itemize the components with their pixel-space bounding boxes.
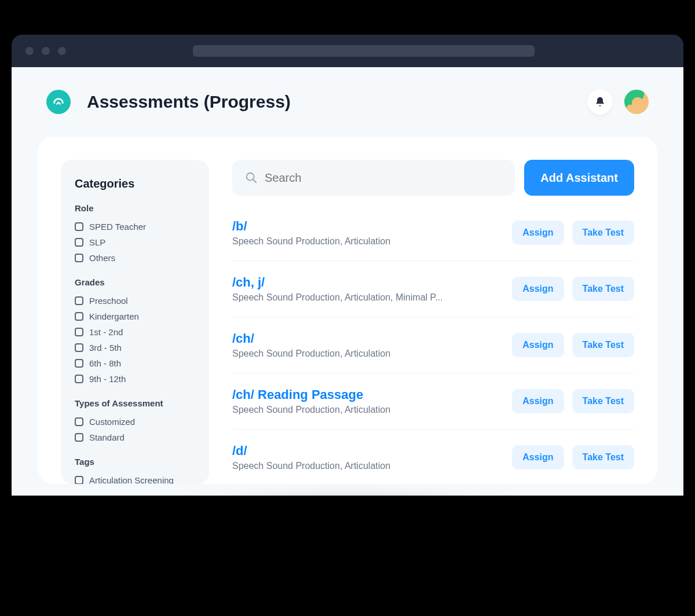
traffic-light-minimize[interactable] [42,47,50,55]
filter-item[interactable]: Preschool [75,293,195,309]
page-title: Assessments (Progress) [87,92,291,112]
avatar[interactable] [624,90,649,114]
checkbox-icon [75,296,83,305]
filter-item[interactable]: 6th - 8th [75,355,195,371]
assessment-title: /d/ [232,443,500,459]
assessment-list: /b/Speech Sound Production, Articulation… [232,213,634,484]
row-actions: AssignTake Test [512,445,634,470]
checkbox-icon [75,238,83,247]
url-bar[interactable] [193,45,535,57]
filter-heading: Grades [75,277,195,287]
assessment-subtitle: Speech Sound Production, Articulation [232,461,500,471]
browser-title-bar [12,35,683,67]
filter-item[interactable]: 9th - 12th [75,371,195,387]
filter-item-label: Preschool [89,296,128,306]
svg-line-1 [253,179,257,183]
assign-button[interactable]: Assign [512,389,564,413]
assessment-subtitle: Speech Sound Production, Articulation [232,236,500,247]
assign-button[interactable]: Assign [512,445,564,470]
sidebar-title: Categories [75,177,195,190]
filter-item[interactable]: Others [75,250,195,266]
filter-group: GradesPreschoolKindergarten1st - 2nd3rd … [75,277,195,387]
filter-group: Types of AssessmentCustomizedStandard [75,398,195,445]
assessment-subtitle: Speech Sound Production, Articulation [232,405,500,415]
assessment-row: /ch/ Reading PassageSpeech Sound Product… [232,373,634,430]
filter-item-label: 9th - 12th [89,374,126,384]
assessment-info[interactable]: /ch, j/Speech Sound Production, Articula… [232,275,500,303]
bell-icon [594,96,606,108]
checkbox-icon [75,476,83,484]
search-icon [245,171,258,184]
filter-item-label: Articulation Screening [89,475,174,484]
filter-heading: Types of Assessment [75,398,195,408]
filter-heading: Tags [75,457,195,467]
checkbox-icon [75,375,83,383]
filter-group: RoleSPED TeacherSLPOthers [75,203,195,266]
take-test-button[interactable]: Take Test [572,389,634,413]
assessment-subtitle: Speech Sound Production, Articulation [232,349,500,359]
add-assistant-button[interactable]: Add Assistant [524,160,634,196]
viewport: Assessments (Progress) Categories RoleSP… [12,67,683,496]
sidebar: Categories RoleSPED TeacherSLPOthersGrad… [61,160,209,484]
assessment-title: /ch, j/ [232,275,500,290]
drop-shadow [64,490,631,594]
filter-item[interactable]: SLP [75,234,195,250]
filter-item[interactable]: 1st - 2nd [75,324,195,340]
assessment-title: /b/ [232,219,500,234]
traffic-light-zoom[interactable] [58,47,66,55]
logo-arc-icon [52,96,65,108]
checkbox-icon [75,328,83,336]
filter-item-label: SPED Teacher [89,222,146,232]
content-card: Categories RoleSPED TeacherSLPOthersGrad… [38,137,657,484]
filter-item[interactable]: 3rd - 5th [75,340,195,355]
assessment-info[interactable]: /ch/Speech Sound Production, Articulatio… [232,331,500,359]
browser-frame: Assessments (Progress) Categories RoleSP… [12,35,683,496]
take-test-button[interactable]: Take Test [572,333,634,357]
search-input[interactable] [265,171,502,185]
filter-item-label: Kindergarten [89,311,139,321]
take-test-button[interactable]: Take Test [572,277,634,301]
filter-item[interactable]: SPED Teacher [75,219,195,234]
assign-button[interactable]: Assign [512,333,564,357]
filter-item-label: Others [89,253,115,263]
filter-item-label: 3rd - 5th [89,343,122,353]
filter-item-label: SLP [89,237,105,247]
filter-item-label: Customized [89,417,135,427]
row-actions: AssignTake Test [512,389,634,413]
assessment-subtitle: Speech Sound Production, Articulation, M… [232,292,500,303]
assessment-info[interactable]: /d/Speech Sound Production, Articulation [232,443,500,471]
assign-button[interactable]: Assign [512,277,564,301]
row-actions: AssignTake Test [512,333,634,357]
checkbox-icon [75,433,83,442]
assessment-info[interactable]: /b/Speech Sound Production, Articulation [232,219,500,247]
notifications-button[interactable] [587,89,613,115]
filter-item[interactable]: Kindergarten [75,309,195,324]
checkbox-icon [75,254,83,262]
filter-item[interactable]: Standard [75,430,195,445]
assign-button[interactable]: Assign [512,221,564,245]
checkbox-icon [75,222,83,231]
assessment-title: /ch/ [232,331,500,346]
take-test-button[interactable]: Take Test [572,445,634,470]
row-actions: AssignTake Test [512,277,634,301]
filter-item[interactable]: Articulation Screening [75,472,195,484]
filter-group: TagsArticulation Screening [75,457,195,484]
checkbox-icon [75,312,83,321]
filter-item-label: Standard [89,432,125,442]
filter-heading: Role [75,203,195,213]
take-test-button[interactable]: Take Test [572,221,634,245]
top-row: Add Assistant [232,160,634,196]
assessment-info[interactable]: /ch/ Reading PassageSpeech Sound Product… [232,387,500,415]
row-actions: AssignTake Test [512,221,634,245]
search-box[interactable] [232,160,515,196]
traffic-light-close[interactable] [25,47,34,55]
checkbox-icon [75,359,83,368]
assessment-title: /ch/ Reading Passage [232,387,500,402]
app-header: Assessments (Progress) [12,67,683,131]
app-logo[interactable] [46,90,71,114]
filter-item-label: 1st - 2nd [89,327,123,337]
filter-item-label: 6th - 8th [89,358,121,368]
assessment-row: /d/Speech Sound Production, Articulation… [232,430,634,484]
filter-item[interactable]: Customized [75,414,195,430]
checkbox-icon [75,417,83,426]
